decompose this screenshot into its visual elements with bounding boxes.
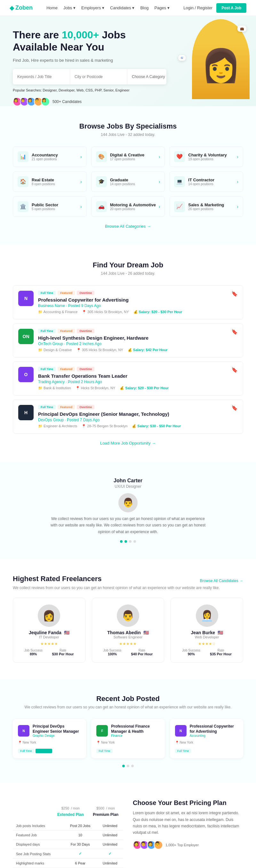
recent-job-card[interactable]: F Professional Finance Manager & Health … bbox=[91, 719, 165, 758]
freelancer-card[interactable]: 👩‍💼 Jean Burke 🇺🇸 Web Developer ★★★★☆ Jo… bbox=[171, 598, 243, 663]
specialism-card[interactable]: 🎨 Digital & Creative 17 open positions › bbox=[91, 147, 165, 167]
plan-extended-name: Extended Plan bbox=[56, 812, 85, 817]
specialism-icon: 🎓 bbox=[96, 176, 107, 187]
job-salary: 💰 Salary: $30 - $50 Per Hour bbox=[132, 424, 181, 428]
feature-extended-value: 10 bbox=[64, 831, 97, 840]
recent-job-header: F Professional Finance Manager & Health … bbox=[96, 724, 159, 738]
success-label: Job Success bbox=[182, 649, 200, 652]
success-label: Job Success bbox=[24, 649, 42, 652]
recent-dot-2[interactable] bbox=[127, 765, 129, 767]
specialism-name: Motoring & Automotive bbox=[110, 203, 156, 207]
job-card[interactable]: ON Full TimeFeaturedOvertime High-level … bbox=[13, 323, 243, 358]
bookmark-icon[interactable]: 🔖 bbox=[231, 329, 238, 335]
specialism-card[interactable]: 🏛️ Public Sector 5 open positions › bbox=[13, 196, 87, 217]
dot-1[interactable] bbox=[120, 540, 122, 543]
recent-job-info: Professional Finance Manager & Health Fi… bbox=[111, 724, 159, 738]
specialism-arrow-icon: › bbox=[159, 154, 160, 159]
testimonial-dots bbox=[13, 540, 243, 543]
nav-employers[interactable]: Employers ▾ bbox=[81, 5, 104, 10]
freelancer-card[interactable]: 👨 Thomas Abedin 🇺🇸 Software Engineer ★★★… bbox=[92, 598, 165, 663]
browse-candidates-link[interactable]: Browse All Candidates → bbox=[200, 579, 243, 583]
rate-stat: Rate$35 Per Hour bbox=[210, 649, 232, 656]
job-salary: 💰 Salary: $42 Per Hour bbox=[128, 348, 168, 352]
nav-blog[interactable]: Blog bbox=[140, 5, 148, 10]
recent-dot-1[interactable] bbox=[122, 765, 125, 767]
login-register-link[interactable]: Login / Register bbox=[183, 5, 212, 10]
pricing-desc: Lorem ipsum dolor sit amet, ex ad nisi l… bbox=[133, 810, 243, 836]
specialism-left: 🏠 Real Estate 8 open positions bbox=[18, 176, 55, 187]
specialism-name: Charity & Voluntary bbox=[188, 153, 227, 157]
job-card[interactable]: H Full TimeFeaturedOvertime Principal De… bbox=[13, 399, 243, 434]
post-job-button[interactable]: Post A Job bbox=[216, 3, 247, 13]
testimonial-role: UX/UI Designer bbox=[13, 484, 243, 489]
pricing-avatar-4: 👨 bbox=[154, 840, 163, 849]
job-card[interactable]: O Full TimeFeaturedOvertime Bank Transfe… bbox=[13, 362, 243, 396]
recent-jobs-section: Recent Job Posted We collect reviews fro… bbox=[0, 679, 256, 783]
dot-3[interactable] bbox=[129, 540, 132, 543]
nav-candidates[interactable]: Candidates ▾ bbox=[110, 5, 134, 10]
recent-job-meta: 📍 New York bbox=[175, 741, 238, 744]
nav-jobs[interactable]: Jobs ▾ bbox=[63, 5, 76, 10]
job-title: Principal DevOps Engineer (Senior Manage… bbox=[38, 411, 238, 417]
specialism-card[interactable]: ❤️ Charity & Voluntary 19 open positions… bbox=[169, 147, 243, 167]
testimonial-avatar: 👨 bbox=[118, 493, 138, 513]
feature-premium-value: Unlimited bbox=[97, 840, 123, 849]
dot-4[interactable] bbox=[134, 540, 136, 543]
recent-job-company: Finance bbox=[111, 734, 159, 738]
job-tag: Full Time bbox=[38, 405, 56, 409]
specialism-card[interactable]: 🏠 Real Estate 8 open positions › bbox=[13, 172, 87, 192]
freelancer-card[interactable]: 👩 Jequline Fanda 🇺🇸 IT Developer ★★★★★ J… bbox=[13, 598, 85, 663]
specialism-info: Public Sector 5 open positions bbox=[32, 203, 58, 211]
testimonial-section: John Carter UX/UI Designer 👨 We collect … bbox=[0, 462, 256, 559]
specialism-card[interactable]: 📊 Accountancy 21 open positions › bbox=[13, 147, 87, 167]
job-tag: Full Time bbox=[38, 367, 56, 371]
pricing-feature-row: Featured Job 10 Unlimited bbox=[13, 831, 123, 840]
job-success-stat: Job Success90% bbox=[182, 649, 200, 656]
avatar-5: 👩 bbox=[41, 97, 50, 106]
job-details: Full TimeFeaturedOvertime Principal DevO… bbox=[38, 405, 238, 428]
specialism-card[interactable]: 🚗 Motoring & Automotive 20 open position… bbox=[91, 196, 165, 217]
specialism-left: 📈 Sales & Marketing 26 open positions bbox=[174, 201, 224, 212]
nav-pages[interactable]: Pages ▾ bbox=[154, 5, 169, 10]
popular-items: Designer, Developer, Web, CSS, PHP, Seni… bbox=[43, 88, 130, 92]
freelancer-stats: Job Success100% Rate$40 Per Hour bbox=[98, 649, 158, 656]
feature-label: See Job Posting Stats bbox=[13, 849, 64, 859]
search-keyword-input[interactable] bbox=[13, 69, 70, 85]
job-success-stat: Job Success100% bbox=[103, 649, 122, 656]
job-company: Business Name · Posted 9 Days Ago bbox=[38, 304, 238, 308]
job-title: Bank Transfer Operations Team Leader bbox=[38, 373, 238, 379]
specialism-icon: 🏛️ bbox=[18, 201, 28, 212]
specialism-count: 26 open positions bbox=[188, 207, 224, 211]
check-icon: ✓ bbox=[109, 852, 111, 856]
job-location: 📍 Hicks St Brooklyn, NY bbox=[76, 386, 115, 390]
specialism-count: 5 open positions bbox=[32, 207, 58, 211]
job-card[interactable]: N Full TimeFeaturedOvertime Professional… bbox=[13, 285, 243, 319]
recent-job-card[interactable]: N Professional Copywriter for Advertisin… bbox=[170, 719, 243, 758]
search-category-select[interactable]: Choose A Category bbox=[127, 69, 166, 85]
specialism-card[interactable]: 🎓 Graduate 14 open positions › bbox=[91, 172, 165, 192]
specialism-card[interactable]: 📈 Sales & Marketing 26 open positions › bbox=[169, 196, 243, 217]
bookmark-icon[interactable]: 🔖 bbox=[231, 291, 238, 297]
job-details: Full TimeFeaturedOvertime Bank Transfer … bbox=[38, 367, 238, 390]
job-tag: Featured bbox=[58, 405, 75, 409]
bookmark-icon[interactable]: 🔖 bbox=[231, 367, 238, 373]
pricing-avatar-group: 👩 👨 👩 👨 bbox=[133, 840, 163, 849]
specialism-card[interactable]: 💻 IT Contractor 14 open positions › bbox=[169, 172, 243, 192]
job-category: 📁 Accounting & Finance bbox=[38, 310, 78, 314]
recent-dot-3[interactable] bbox=[131, 765, 134, 767]
load-more-link[interactable]: Load More Job Opportunity → bbox=[100, 441, 156, 445]
jobs-list: N Full TimeFeaturedOvertime Professional… bbox=[13, 285, 243, 434]
recent-job-card[interactable]: N Principal DevOps Engineer Senior Manag… bbox=[13, 719, 86, 758]
recent-job-logo: F bbox=[96, 725, 108, 737]
nav-home[interactable]: Home bbox=[47, 5, 58, 10]
browse-all-link[interactable]: Browse All Categories → bbox=[105, 224, 151, 229]
job-salary: 💰 Salary: $20 - $30 Per Hour bbox=[134, 310, 182, 314]
specialism-info: IT Contractor 14 open positions bbox=[188, 178, 215, 186]
bookmark-icon[interactable]: 🔖 bbox=[231, 405, 238, 411]
dot-2[interactable] bbox=[124, 540, 127, 543]
search-city-input[interactable] bbox=[70, 69, 127, 85]
job-category: 📁 Design & Creative bbox=[38, 348, 72, 352]
specialism-icon: 📈 bbox=[174, 201, 185, 212]
flag-icon: 🇺🇸 bbox=[218, 630, 223, 635]
rate-stat: Rate$30 Per Hour bbox=[52, 649, 74, 656]
